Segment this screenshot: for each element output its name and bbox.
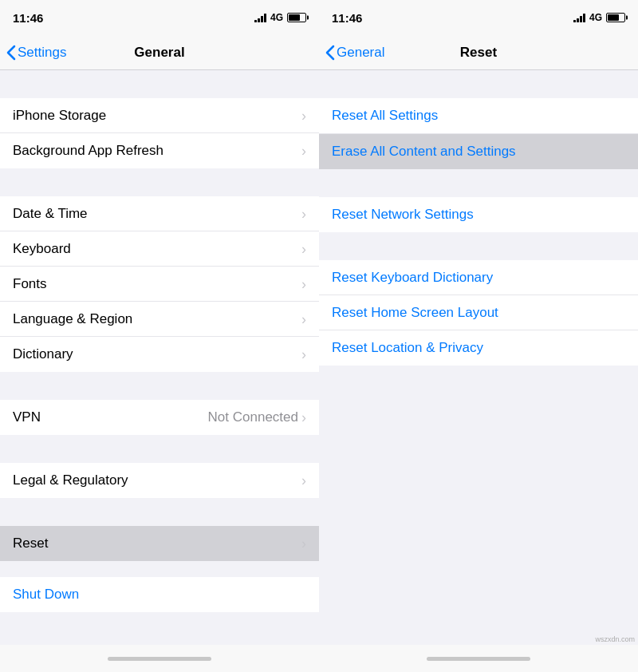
back-label-left: Settings <box>18 45 66 61</box>
list-item[interactable]: Keyboard › <box>0 231 319 267</box>
item-label: Reset <box>13 536 48 551</box>
list-item[interactable]: Fonts › <box>0 267 319 302</box>
section2-right: Erase All Content and Settings <box>319 134 638 169</box>
status-bar-right: 11:46 4G <box>319 0 638 35</box>
item-label: iPhone Storage <box>13 108 106 124</box>
item-label: Shut Down <box>13 587 79 603</box>
item-right: › <box>301 473 306 488</box>
chevron-icon: › <box>301 312 306 326</box>
item-label: Fonts <box>13 276 47 292</box>
item-right: Not Connected › <box>208 409 306 425</box>
item-right: › <box>301 144 306 158</box>
back-arrow-icon-right <box>325 45 335 61</box>
network-right: 4G <box>589 12 602 23</box>
left-panel: 11:46 4G Settings General iPhone Storage <box>0 0 319 672</box>
item-label: VPN <box>13 409 41 425</box>
item-right: › <box>301 242 306 256</box>
gap4-right <box>319 366 638 393</box>
chevron-icon: › <box>301 536 306 551</box>
gap3-right <box>319 232 638 260</box>
section2-left: Date & Time › Keyboard › Fonts › Languag… <box>0 196 319 372</box>
back-button-left[interactable]: Settings <box>6 45 66 61</box>
vpn-value: Not Connected <box>208 409 298 425</box>
chevron-icon: › <box>301 207 306 221</box>
gap4-left <box>0 435 319 463</box>
signal-icon-right <box>573 13 585 22</box>
item-label: Legal & Regulatory <box>13 472 128 488</box>
reset-location-item[interactable]: Reset Location & Privacy <box>319 330 638 366</box>
chevron-icon: › <box>301 277 306 291</box>
home-bar-left <box>108 657 211 661</box>
content-right: Reset All Settings Erase All Content and… <box>319 70 638 645</box>
back-arrow-icon-left <box>6 45 16 61</box>
reset-keyboard-item[interactable]: Reset Keyboard Dictionary <box>319 260 638 295</box>
nav-bar-right: General Reset <box>319 35 638 70</box>
home-indicator-right <box>319 645 638 672</box>
section5-left: Reset › <box>0 526 319 561</box>
chevron-icon: › <box>301 410 306 425</box>
nav-title-right: Reset <box>460 45 497 61</box>
shutdown-item[interactable]: Shut Down <box>0 577 319 612</box>
battery-icon-left <box>287 13 306 22</box>
list-item[interactable]: Language & Region › <box>0 302 319 337</box>
section3-right: Reset Network Settings <box>319 197 638 232</box>
reset-all-settings-item[interactable]: Reset All Settings <box>319 98 638 133</box>
gap1-right <box>319 70 638 98</box>
watermark: wszxdn.com <box>595 635 635 643</box>
status-icons-left: 4G <box>254 12 306 23</box>
list-item[interactable]: iPhone Storage › <box>0 98 319 133</box>
chevron-icon: › <box>301 144 306 158</box>
battery-icon-right <box>606 13 625 22</box>
network-left: 4G <box>270 12 283 23</box>
list-item[interactable]: Date & Time › <box>0 196 319 231</box>
item-right: › <box>301 312 306 326</box>
item-label: Date & Time <box>13 206 88 222</box>
section6-left: Shut Down <box>0 577 319 612</box>
list-item[interactable]: Legal & Regulatory › <box>0 463 319 498</box>
item-label: Keyboard <box>13 241 71 257</box>
list-item[interactable]: Background App Refresh › <box>0 133 319 168</box>
item-label: Reset Location & Privacy <box>332 340 483 356</box>
erase-all-content-item[interactable]: Erase All Content and Settings <box>319 134 638 169</box>
nav-title-left: General <box>134 45 184 61</box>
reset-homescreen-item[interactable]: Reset Home Screen Layout <box>319 295 638 330</box>
time-right: 11:46 <box>332 11 362 25</box>
home-indicator-left <box>0 645 319 672</box>
gap1-left <box>0 70 319 98</box>
item-right: › <box>301 109 306 123</box>
time-left: 11:46 <box>13 11 43 25</box>
reset-item[interactable]: Reset › <box>0 526 319 561</box>
list-item[interactable]: VPN Not Connected › <box>0 400 319 435</box>
item-label: Erase All Content and Settings <box>332 144 516 160</box>
gap3-left <box>0 372 319 400</box>
chevron-icon: › <box>301 242 306 256</box>
back-button-right[interactable]: General <box>325 45 384 61</box>
item-label: Dictionary <box>13 346 73 362</box>
section4-right: Reset Keyboard Dictionary Reset Home Scr… <box>319 260 638 366</box>
item-right: › <box>301 207 306 221</box>
content-left: iPhone Storage › Background App Refresh … <box>0 70 319 645</box>
item-label: Reset All Settings <box>332 108 438 124</box>
gap2-left <box>0 168 319 196</box>
section1-left: iPhone Storage › Background App Refresh … <box>0 98 319 168</box>
gap2-right <box>319 169 638 197</box>
gap7-left <box>0 612 319 640</box>
chevron-icon: › <box>301 473 306 488</box>
chevron-icon: › <box>301 109 306 123</box>
reset-network-item[interactable]: Reset Network Settings <box>319 197 638 232</box>
back-label-right: General <box>337 45 384 61</box>
item-label: Reset Network Settings <box>332 207 474 223</box>
list-item[interactable]: Dictionary › <box>0 337 319 372</box>
item-right: › <box>301 347 306 362</box>
status-icons-right: 4G <box>573 12 625 23</box>
home-bar-right <box>427 657 530 661</box>
item-right: › <box>301 277 306 291</box>
gap6-left <box>0 561 319 577</box>
item-label: Reset Home Screen Layout <box>332 305 498 321</box>
chevron-icon: › <box>301 347 306 362</box>
section1-right: Reset All Settings <box>319 98 638 133</box>
gap5-left <box>0 498 319 526</box>
item-right: › <box>301 536 306 551</box>
item-label: Language & Region <box>13 311 132 327</box>
item-label: Reset Keyboard Dictionary <box>332 270 493 286</box>
